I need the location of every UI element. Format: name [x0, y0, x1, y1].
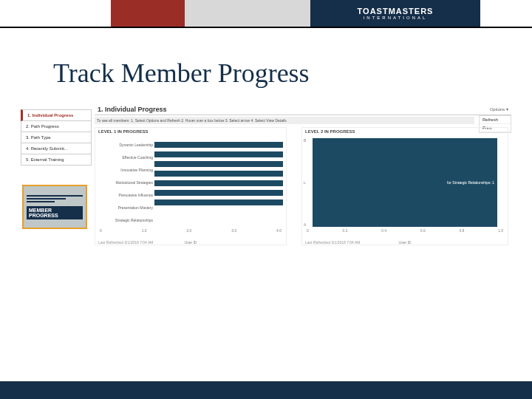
brand-sub: INTERNATIONAL [358, 16, 434, 20]
thumb-decor [27, 195, 83, 197]
sidebar-item-external-training[interactable]: 5. External Training [21, 154, 92, 166]
refresh-button[interactable]: Refresh [480, 116, 511, 124]
sidebar-item-label: 3. Path Type [26, 135, 51, 140]
tick: 1.0 [498, 228, 503, 239]
bar[interactable] [154, 142, 283, 148]
sidebar-item-label: 2. Path Progress [26, 124, 59, 129]
sidebar-item-recently-submitted[interactable]: 4. Recently Submitt... [21, 143, 92, 154]
category-label: Motivational Strategies [98, 180, 153, 185]
chart-level2[interactable]: LEVEL 2 IN PROGRESS B L A for Strategic … [301, 127, 508, 245]
chart-y-categories: Dynamic Leadership Effective Coaching In… [98, 138, 153, 227]
brand-bar: TOASTMASTERS INTERNATIONAL [0, 0, 532, 27]
thumb-decor [27, 198, 66, 200]
brand-name: TOASTMASTERS [358, 7, 434, 16]
last-refreshed: Last Refreshed 3/1/2018 7:04 AM [305, 240, 361, 245]
chart-title: LEVEL 1 IN PROGRESS [95, 128, 286, 135]
bar[interactable] [154, 180, 283, 186]
thumb-decor [27, 201, 55, 202]
bar[interactable] [154, 200, 283, 205]
divider [0, 27, 532, 28]
last-refreshed: Last Refreshed 3/1/2018 7:04 AM [98, 240, 154, 245]
chart-level1[interactable]: LEVEL 1 IN PROGRESS Dynamic Leadership E… [95, 127, 287, 245]
tick: L [304, 180, 311, 185]
tick: 0.4 [381, 228, 386, 239]
tick: 1.0 [142, 228, 147, 239]
category-label: Innovative Planning [98, 168, 153, 172]
tick: A [304, 222, 311, 227]
instructions-bar: To see all members: 1. Select Options an… [95, 117, 474, 124]
section-heading: 1. Individual Progress [98, 106, 167, 113]
bar[interactable] [154, 161, 283, 167]
tick: 0 [307, 228, 309, 239]
sidebar-item-label: 4. Recently Submitt... [26, 146, 68, 151]
tick: B [304, 138, 311, 143]
sidebar-item-individual-progress[interactable]: 1. Individual Progress [21, 109, 92, 121]
tick: 2.0 [186, 228, 191, 239]
sidebar-item-label: 5. External Training [26, 157, 64, 162]
accent-red-block [111, 0, 185, 27]
sidebar-item-path-progress[interactable]: 2. Path Progress [21, 121, 92, 132]
dashboard-screenshot: 1. Individual Progress Options ▾ Refresh… [21, 103, 511, 266]
tick: 0.8 [459, 228, 464, 239]
chart-y-ticks: B L A [304, 138, 311, 227]
tick: 0.2 [342, 228, 347, 239]
category-label: Effective Coaching [98, 155, 153, 160]
category-label: Dynamic Leadership [98, 143, 153, 147]
brand-logo: TOASTMASTERS INTERNATIONAL [310, 0, 480, 27]
tick: 0 [100, 228, 102, 239]
options-dropdown[interactable]: Options ▾ [490, 106, 508, 112]
category-label: Persuasive Influence [98, 193, 153, 197]
footer-bar [0, 381, 532, 399]
thumb-label: MEMBER PROGRESS [27, 206, 83, 219]
category-label: Strategic Relationships [98, 218, 153, 222]
category-label: Presentation Mastery [98, 205, 153, 210]
chart-plot-area [154, 138, 283, 227]
accent-gray-block [185, 0, 310, 27]
page-title: Track Member Progress [53, 58, 310, 89]
sidebar-item-label: 1. Individual Progress [27, 113, 73, 117]
bar[interactable] [154, 171, 283, 177]
chart-x-ticks: 0 0.2 0.4 0.6 0.8 1.0 [302, 228, 508, 239]
bar[interactable] [154, 190, 283, 196]
chart-x-ticks: 0 1.0 2.0 3.0 4.0 [95, 228, 286, 239]
tick: 0.6 [420, 228, 426, 239]
bar-annotation: for Strategic Relationships: 1 [447, 180, 494, 185]
report-sidebar: 1. Individual Progress 2. Path Progress … [21, 109, 92, 166]
tick: 4.0 [276, 228, 282, 239]
chart-plot-area: for Strategic Relationships: 1 [313, 138, 497, 227]
sidebar-item-path-type[interactable]: 3. Path Type [21, 132, 92, 143]
tick: 3.0 [231, 228, 236, 239]
chart-title: LEVEL 2 IN PROGRESS [302, 128, 508, 135]
dashboard-header: 1. Individual Progress Options ▾ [95, 103, 511, 115]
member-progress-thumbnail[interactable]: MEMBER PROGRESS [22, 185, 87, 229]
bar[interactable] [154, 151, 283, 157]
